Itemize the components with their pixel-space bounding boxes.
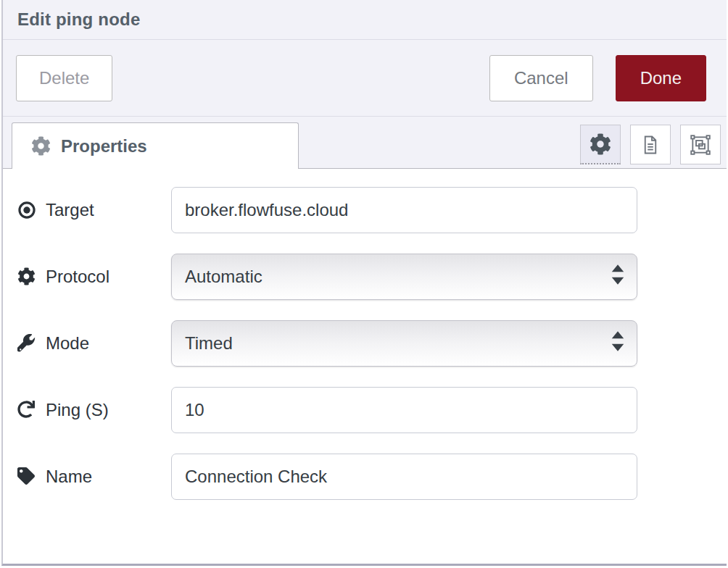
tab-bar: Properties bbox=[3, 117, 727, 169]
rotate-right-icon bbox=[17, 401, 36, 419]
protocol-label: Protocol bbox=[17, 267, 171, 287]
tag-icon bbox=[17, 467, 36, 486]
mode-label: Mode bbox=[17, 333, 171, 354]
delete-button[interactable]: Delete bbox=[16, 55, 112, 101]
chevron-up-down-icon bbox=[610, 329, 626, 358]
tray-toolbar: Delete Cancel Done bbox=[3, 40, 727, 117]
properties-tab-button[interactable] bbox=[580, 125, 621, 164]
document-icon bbox=[640, 134, 661, 156]
gear-icon bbox=[31, 136, 51, 156]
mode-select[interactable]: Timed bbox=[171, 320, 637, 367]
gear-icon bbox=[17, 267, 36, 286]
tray-title: Edit ping node bbox=[17, 9, 140, 30]
protocol-label-text: Protocol bbox=[46, 267, 109, 287]
target-label-text: Target bbox=[46, 200, 94, 220]
description-tab-button[interactable] bbox=[630, 125, 671, 164]
gear-icon bbox=[590, 133, 611, 155]
tab-properties-label: Properties bbox=[61, 136, 147, 156]
protocol-select[interactable]: Automatic bbox=[171, 254, 637, 300]
tray-header: Edit ping node bbox=[3, 0, 727, 40]
wrench-icon bbox=[17, 334, 36, 353]
name-input[interactable] bbox=[171, 454, 637, 500]
ping-label-text: Ping (S) bbox=[46, 400, 109, 420]
name-label-text: Name bbox=[46, 467, 92, 487]
properties-form: Target Protocol Automatic bbox=[3, 169, 727, 564]
cancel-button[interactable]: Cancel bbox=[489, 55, 593, 101]
protocol-selected-value: Automatic bbox=[185, 267, 262, 287]
edit-node-tray: Edit ping node Delete Cancel Done Proper… bbox=[1, 0, 727, 566]
ping-row: Ping (S) bbox=[3, 387, 727, 433]
name-row: Name bbox=[3, 454, 727, 500]
mode-row: Mode Timed bbox=[3, 320, 727, 367]
name-label: Name bbox=[17, 467, 171, 487]
target-label: Target bbox=[17, 200, 171, 220]
target-row: Target bbox=[3, 187, 727, 233]
group-icon bbox=[689, 133, 712, 156]
dot-circle-icon bbox=[17, 201, 36, 220]
tab-properties[interactable]: Properties bbox=[12, 122, 299, 169]
mode-selected-value: Timed bbox=[185, 333, 233, 354]
target-input[interactable] bbox=[171, 187, 637, 233]
ping-label: Ping (S) bbox=[17, 400, 171, 420]
done-button[interactable]: Done bbox=[616, 55, 706, 101]
chevron-up-down-icon bbox=[610, 262, 626, 291]
tab-icon-buttons bbox=[580, 125, 721, 164]
ping-input[interactable] bbox=[171, 387, 637, 433]
appearance-tab-button[interactable] bbox=[680, 125, 721, 164]
protocol-row: Protocol Automatic bbox=[3, 254, 727, 300]
mode-label-text: Mode bbox=[46, 333, 89, 354]
